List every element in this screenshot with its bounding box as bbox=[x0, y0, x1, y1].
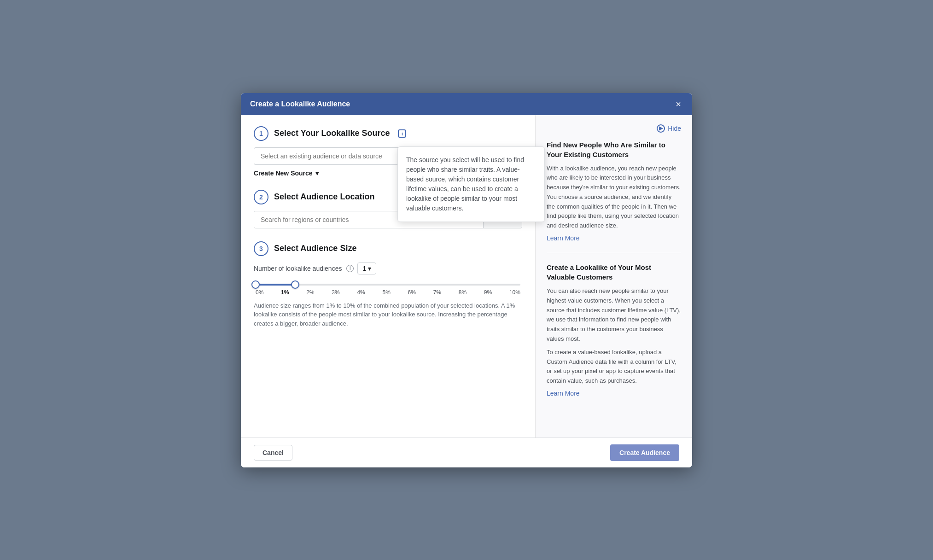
modal: Create a Lookalike Audience × 1 Select Y… bbox=[241, 93, 692, 467]
slider-label-10: 10% bbox=[509, 289, 520, 296]
sidebar-section-1: Find New People Who Are Similar to Your … bbox=[547, 140, 681, 242]
slider-label-7: 7% bbox=[433, 289, 441, 296]
sidebar-divider bbox=[547, 253, 681, 253]
learn-more-link-1[interactable]: Learn More bbox=[547, 234, 580, 242]
number-of-audiences-label: Number of lookalike audiences bbox=[254, 265, 342, 272]
cancel-button[interactable]: Cancel bbox=[254, 445, 292, 461]
modal-header: Create a Lookalike Audience × bbox=[241, 93, 692, 115]
slider-label-6: 6% bbox=[408, 289, 416, 296]
info-icon-step3[interactable]: i bbox=[346, 265, 354, 272]
sidebar-heading-1: Find New People Who Are Similar to Your … bbox=[547, 140, 681, 159]
audience-size-description: Audience size ranges from 1% to 10% of t… bbox=[254, 301, 522, 328]
audience-size-slider[interactable]: 0% 1% 2% 3% 4% 5% 6% 7% 8% 9% 10% bbox=[254, 284, 522, 296]
slider-label-2: 2% bbox=[306, 289, 314, 296]
number-select-wrap: Number of lookalike audiences i 1 ▾ bbox=[254, 262, 522, 274]
slider-label-9: 9% bbox=[484, 289, 492, 296]
slider-thumb-left[interactable] bbox=[251, 280, 260, 289]
slider-label-5: 5% bbox=[382, 289, 390, 296]
info-icon-step1[interactable]: i bbox=[398, 129, 406, 138]
step2-circle: 2 bbox=[254, 190, 268, 204]
sidebar-text-2b: To create a value-based lookalike, uploa… bbox=[547, 348, 681, 386]
step1-header: 1 Select Your Lookalike Source i bbox=[254, 126, 522, 141]
slider-label-0: 0% bbox=[256, 289, 263, 296]
sidebar-text-2a: You can also reach new people similar to… bbox=[547, 286, 681, 344]
step3-section: 3 Select Audience Size Number of lookali… bbox=[254, 241, 522, 328]
slider-labels: 0% 1% 2% 3% 4% 5% 6% 7% 8% 9% 10% bbox=[256, 289, 520, 296]
sidebar-text-1: With a lookalike audience, you reach new… bbox=[547, 164, 681, 231]
slider-label-3: 3% bbox=[332, 289, 339, 296]
step1-title: Select Your Lookalike Source bbox=[274, 128, 390, 138]
create-audience-button[interactable]: Create Audience bbox=[610, 444, 679, 461]
slider-label-8: 8% bbox=[459, 289, 466, 296]
step3-title: Select Audience Size bbox=[274, 244, 356, 253]
slider-label-1: 1% bbox=[281, 289, 289, 296]
sidebar-section-2: Create a Lookalike of Your Most Valuable… bbox=[547, 262, 681, 397]
create-new-source-button[interactable]: Create New Source ▾ bbox=[254, 169, 319, 177]
modal-main: 1 Select Your Lookalike Source i Create … bbox=[241, 115, 536, 438]
slider-label-4: 4% bbox=[357, 289, 365, 296]
hide-button[interactable]: ▶ Hide bbox=[547, 124, 681, 133]
modal-sidebar: ▶ Hide Find New People Who Are Similar t… bbox=[536, 115, 692, 438]
modal-footer: Cancel Create Audience bbox=[241, 438, 692, 467]
slider-fill bbox=[256, 284, 295, 286]
modal-close-button[interactable]: × bbox=[674, 99, 683, 109]
step3-circle: 3 bbox=[254, 241, 268, 256]
step2-title: Select Audience Location bbox=[274, 192, 374, 202]
slider-track bbox=[256, 284, 520, 286]
sidebar-heading-2: Create a Lookalike of Your Most Valuable… bbox=[547, 262, 681, 282]
step1-section: 1 Select Your Lookalike Source i Create … bbox=[254, 126, 522, 177]
slider-thumb-right[interactable] bbox=[291, 280, 299, 289]
hide-circle-icon: ▶ bbox=[657, 124, 665, 133]
number-dropdown[interactable]: 1 ▾ bbox=[357, 262, 376, 274]
modal-title: Create a Lookalike Audience bbox=[250, 100, 350, 108]
step3-header: 3 Select Audience Size bbox=[254, 241, 522, 256]
modal-body: 1 Select Your Lookalike Source i Create … bbox=[241, 115, 692, 438]
tooltip-box: The source you select will be used to fi… bbox=[397, 146, 545, 222]
step1-circle: 1 bbox=[254, 126, 268, 141]
learn-more-link-2[interactable]: Learn More bbox=[547, 390, 580, 397]
